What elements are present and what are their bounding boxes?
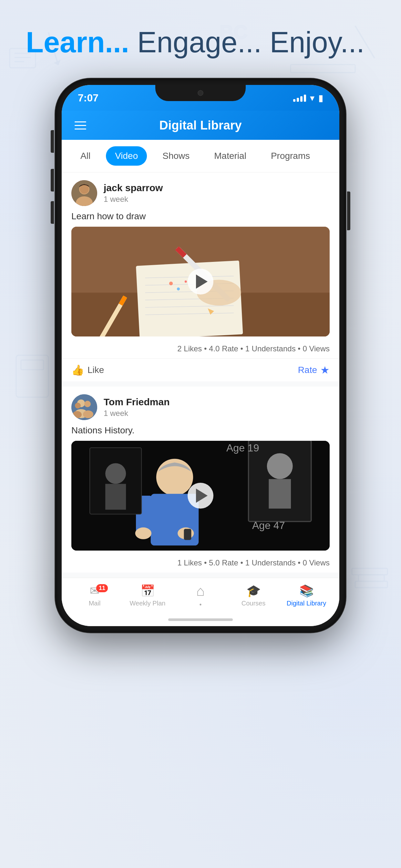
- nav-label-digital-library: Digital Library: [287, 600, 326, 607]
- status-bar: 7:07 ▾ ▮: [62, 85, 339, 111]
- svg-point-43: [83, 410, 93, 418]
- nav-item-digital-library[interactable]: 📚 Digital Library: [280, 584, 333, 607]
- user-info-2: Tom Friedman 1 week: [104, 397, 330, 418]
- svg-rect-49: [167, 496, 184, 532]
- page-tagline: Learn... Engage... Enjoy...: [26, 26, 375, 59]
- username-1: jack sparrow: [104, 182, 330, 193]
- mail-badge: 11: [96, 584, 108, 592]
- tab-video[interactable]: Video: [106, 146, 147, 166]
- post-header-1: jack sparrow 1 week: [62, 173, 339, 211]
- books-icon: 📚: [299, 584, 314, 598]
- home-indicator: [62, 613, 339, 626]
- username-2: Tom Friedman: [104, 397, 330, 407]
- nav-item-weekly-plan[interactable]: 📅 Weekly Plan: [121, 584, 174, 607]
- menu-button[interactable]: [74, 121, 86, 129]
- post-card-1: jack sparrow 1 week Learn how to draw: [62, 173, 339, 381]
- nav-label-home: •: [199, 601, 202, 609]
- thumbup-icon: 👍: [71, 364, 84, 376]
- avatar-jack: [71, 180, 97, 206]
- svg-point-35: [169, 282, 173, 285]
- nav-label-weekly-plan: Weekly Plan: [130, 600, 166, 607]
- rate-button-1[interactable]: Rate ★: [298, 364, 330, 376]
- nav-label-mail: Mail: [89, 600, 101, 607]
- nav-item-home[interactable]: ⌂ •: [174, 583, 227, 609]
- phone-screen: 7:07 ▾ ▮: [62, 85, 339, 626]
- svg-point-54: [267, 454, 293, 479]
- post-time-2: 1 week: [104, 409, 330, 418]
- svg-point-44: [73, 411, 82, 418]
- status-time: 7:07: [78, 92, 98, 104]
- nav-label-courses: Courses: [242, 600, 266, 607]
- tab-programs[interactable]: Programs: [262, 146, 319, 166]
- video-thumb-2[interactable]: Age 47 Age 19: [71, 441, 330, 551]
- calendar-icon: 📅: [141, 584, 155, 598]
- play-button-1[interactable]: [188, 269, 213, 294]
- post-caption-2: Nations History.: [62, 425, 339, 441]
- avatar-tom: [71, 394, 97, 420]
- svg-point-19: [80, 185, 89, 194]
- phone-mockup: 7:07 ▾ ▮: [55, 79, 346, 632]
- filter-tabs: All Video Shows Material Programs: [62, 140, 339, 173]
- camera: [197, 90, 204, 96]
- svg-point-40: [84, 401, 91, 407]
- user-info-1: jack sparrow 1 week: [104, 182, 330, 204]
- wifi-icon: ▾: [310, 93, 314, 103]
- bottom-nav: 11 ✉ Mail 📅 Weekly Plan ⌂ • 🎓 Courses: [62, 578, 339, 613]
- post-header-2: Tom Friedman 1 week: [62, 386, 339, 425]
- like-button-1[interactable]: 👍 Like: [71, 364, 298, 376]
- video-thumb-1[interactable]: [71, 227, 330, 337]
- status-icons: ▾ ▮: [293, 93, 323, 103]
- tab-shows[interactable]: Shows: [153, 146, 198, 166]
- play-button-2[interactable]: [188, 483, 213, 508]
- svg-point-37: [185, 281, 187, 283]
- battery-icon: ▮: [318, 93, 323, 103]
- svg-rect-59: [105, 484, 126, 509]
- graduation-icon: 🎓: [246, 584, 261, 598]
- home-icon: ⌂: [196, 583, 205, 599]
- svg-text:Age 19: Age 19: [226, 442, 259, 454]
- star-icon: ★: [320, 364, 330, 376]
- svg-point-58: [105, 463, 126, 484]
- svg-point-41: [75, 403, 81, 408]
- nav-item-courses[interactable]: 🎓 Courses: [227, 584, 280, 607]
- post-time-1: 1 week: [104, 195, 330, 204]
- app-header: Digital Library: [62, 111, 339, 140]
- page-header: Learn... Engage... Enjoy...: [0, 0, 401, 72]
- stats-1: 2 Likes • 4.0 Rate • 1 Understands • 0 V…: [62, 342, 339, 359]
- svg-point-36: [177, 287, 180, 290]
- nav-item-mail[interactable]: 11 ✉ Mail: [68, 584, 121, 607]
- signal-icon: [293, 94, 306, 102]
- action-row-1: 👍 Like Rate ★: [62, 359, 339, 381]
- svg-text:Age 47: Age 47: [252, 520, 285, 531]
- svg-rect-52: [184, 529, 191, 540]
- notch: [155, 85, 246, 101]
- tagline-blue: Learn...: [26, 26, 129, 58]
- svg-rect-55: [269, 479, 291, 508]
- tab-all[interactable]: All: [71, 146, 99, 166]
- stats-2: 1 Likes • 5.0 Rate • 1 Understands • 0 V…: [62, 556, 339, 572]
- svg-point-50: [135, 527, 151, 539]
- post-caption-1: Learn how to draw: [62, 211, 339, 227]
- post-card-2: Tom Friedman 1 week Nations History.: [62, 386, 339, 572]
- app-title: Digital Library: [159, 119, 242, 132]
- content-area: jack sparrow 1 week Learn how to draw: [62, 173, 339, 578]
- tab-material[interactable]: Material: [205, 146, 255, 166]
